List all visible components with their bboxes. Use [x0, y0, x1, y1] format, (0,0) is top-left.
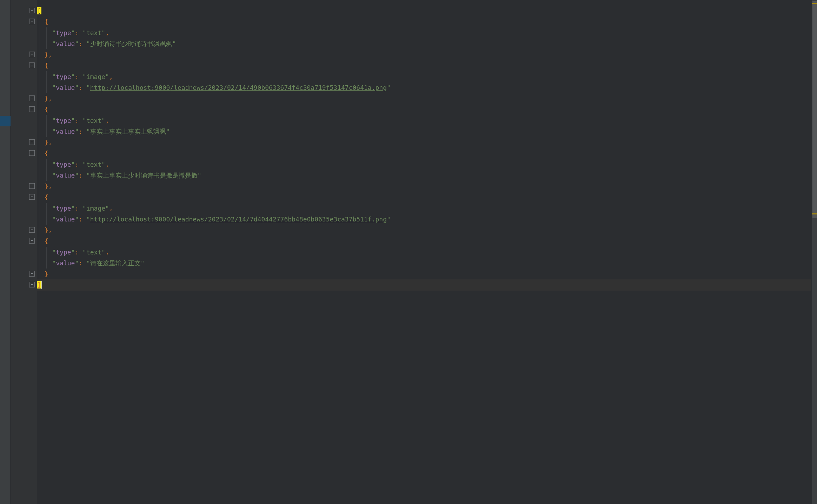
close-brace: }	[45, 95, 48, 102]
code-line[interactable]: }	[37, 268, 811, 279]
code-line[interactable]: {	[37, 60, 811, 71]
json-key-quote: "	[75, 40, 79, 47]
code-line[interactable]: },	[37, 49, 811, 60]
fold-toggle-icon[interactable]: −	[29, 194, 35, 200]
json-key: type	[56, 248, 71, 256]
comma: ,	[105, 29, 109, 37]
json-string-value: "少时诵诗书少时诵诗书飒飒飒"	[86, 40, 176, 47]
json-key-quote: "	[52, 205, 56, 212]
scroll-marker[interactable]	[812, 3, 817, 4]
json-key: value	[56, 259, 75, 267]
comma: ,	[48, 183, 52, 190]
json-key-quote: "	[52, 161, 56, 168]
code-line[interactable]: "type": "text",	[37, 115, 811, 126]
code-line[interactable]: {	[37, 236, 811, 246]
colon: :	[75, 73, 82, 80]
colon: :	[79, 259, 86, 267]
code-line[interactable]: "value": "事实上事实上事实上飒飒飒"	[37, 126, 811, 137]
code-line[interactable]: },	[37, 225, 811, 236]
code-line[interactable]: {	[37, 148, 811, 159]
json-string-quote: "	[387, 84, 391, 91]
fold-toggle-icon[interactable]: −	[29, 282, 35, 287]
fold-toggle-icon[interactable]: −	[29, 95, 35, 101]
code-line[interactable]: [	[37, 5, 811, 16]
fold-toggle-icon[interactable]: −	[29, 271, 35, 277]
close-brace: }	[45, 226, 48, 234]
tool-window-tab-active[interactable]	[0, 116, 11, 126]
code-editor[interactable]: [ { "type": "text", "value": "少时诵诗书少时诵诗书…	[37, 0, 811, 504]
fold-toggle-icon[interactable]: −	[29, 150, 35, 156]
fold-toggle-icon[interactable]: −	[29, 8, 35, 13]
open-brace: {	[45, 106, 48, 113]
json-key-quote: "	[71, 29, 75, 37]
json-string-value: "image"	[82, 73, 109, 80]
code-line[interactable]: {	[37, 104, 811, 115]
code-line[interactable]: "value": "少时诵诗书少时诵诗书飒飒飒"	[37, 38, 811, 49]
code-line[interactable]: "value": "http://localhost:9000/leadnews…	[37, 214, 811, 225]
fold-toggle-icon[interactable]: −	[29, 183, 35, 189]
comma: ,	[105, 161, 109, 168]
fold-toggle-icon[interactable]: −	[29, 227, 35, 233]
comma: ,	[48, 226, 52, 234]
colon: :	[75, 29, 82, 37]
json-string-quote: "	[86, 84, 90, 91]
json-string-value: "text"	[82, 248, 105, 256]
close-brace: }	[45, 183, 48, 190]
comma: ,	[109, 73, 113, 80]
json-url-value[interactable]: http://localhost:9000/leadnews/2023/02/1…	[90, 215, 387, 223]
json-key: value	[56, 40, 75, 47]
code-line[interactable]: },	[37, 93, 811, 104]
colon: :	[79, 40, 86, 47]
colon: :	[75, 117, 82, 124]
json-key: type	[56, 205, 71, 212]
json-string-value: "事实上事实上少时诵诗书是撒是撒是撒"	[86, 172, 201, 179]
code-line[interactable]: "type": "text",	[37, 247, 811, 258]
json-string-value: "image"	[82, 205, 109, 212]
fold-toggle-icon[interactable]: −	[29, 106, 35, 112]
json-key-quote: "	[52, 215, 56, 223]
fold-gutter[interactable]: −−−−−−−−−−−−−−	[29, 0, 38, 504]
json-key-quote: "	[71, 161, 75, 168]
code-line[interactable]: "value": "http://localhost:9000/leadnews…	[37, 82, 811, 93]
colon: :	[75, 248, 82, 256]
fold-toggle-icon[interactable]: −	[29, 238, 35, 244]
code-line[interactable]: "type": "text",	[37, 27, 811, 38]
json-key: type	[56, 161, 71, 168]
json-key: type	[56, 73, 71, 80]
scroll-marker[interactable]	[812, 213, 817, 214]
code-line[interactable]: },	[37, 181, 811, 192]
code-line[interactable]: {	[37, 16, 811, 27]
code-line[interactable]: "value": "请在这里输入正文"	[37, 258, 811, 268]
fold-toggle-icon[interactable]: −	[29, 52, 35, 57]
fold-toggle-icon[interactable]: −	[29, 19, 35, 24]
comma: ,	[48, 139, 52, 146]
tool-window-bar-left[interactable]	[0, 0, 11, 504]
close-brace: }	[45, 51, 48, 58]
fold-toggle-icon[interactable]: −	[29, 62, 35, 68]
code-line[interactable]: "type": "text",	[37, 159, 811, 170]
code-line[interactable]: "type": "image",	[37, 203, 811, 214]
json-key-quote: "	[75, 172, 79, 179]
fold-toggle-icon[interactable]: −	[29, 139, 35, 145]
code-line[interactable]: {	[37, 192, 811, 203]
code-line[interactable]: "type": "image",	[37, 71, 811, 82]
comma: ,	[105, 117, 109, 124]
json-string-value: "text"	[82, 117, 105, 124]
json-key: type	[56, 117, 71, 124]
open-brace: {	[45, 150, 48, 157]
json-key-quote: "	[75, 215, 79, 223]
code-line[interactable]: ]	[37, 279, 811, 290]
json-key: value	[56, 172, 75, 179]
json-key-quote: "	[52, 29, 56, 37]
json-key-quote: "	[71, 73, 75, 80]
json-url-value[interactable]: http://localhost:9000/leadnews/2023/02/1…	[90, 84, 387, 91]
vertical-scrollbar-track[interactable]	[812, 0, 817, 504]
colon: :	[75, 205, 82, 212]
colon: :	[79, 172, 86, 179]
vertical-scrollbar-thumb[interactable]	[812, 1, 817, 218]
text-caret	[41, 281, 42, 289]
code-line[interactable]: "value": "事实上事实上少时诵诗书是撒是撒是撒"	[37, 170, 811, 181]
code-line[interactable]: },	[37, 137, 811, 148]
comma: ,	[105, 248, 109, 256]
json-key-quote: "	[75, 128, 79, 135]
